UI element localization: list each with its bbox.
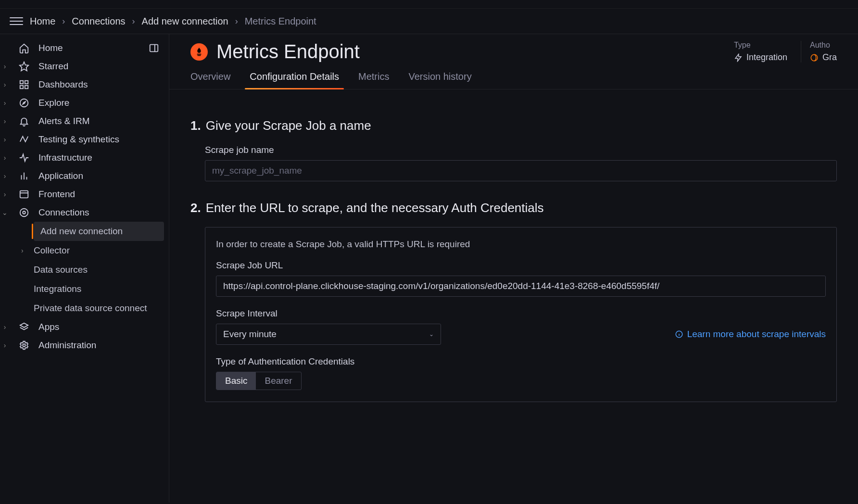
sidebar-item-dashboards[interactable]: › Dashboards	[0, 76, 169, 94]
chevron-right-icon: ›	[21, 247, 24, 254]
svg-rect-6	[25, 86, 28, 88]
sidebar-label: Frontend	[38, 189, 163, 200]
bolt-icon	[734, 53, 743, 62]
svg-point-17	[23, 344, 25, 347]
sidebar-item-infrastructure[interactable]: › Infrastructure	[0, 149, 169, 167]
sidebar-label: Application	[38, 171, 163, 181]
sidebar-sub-label: Private data source connect	[34, 303, 147, 314]
auth-basic-button[interactable]: Basic	[216, 372, 256, 390]
hamburger-menu-icon[interactable]	[10, 14, 23, 28]
scrape-name-input[interactable]	[205, 160, 837, 181]
sidebar-item-frontend[interactable]: › Frontend	[0, 185, 169, 203]
svg-point-14	[23, 211, 25, 214]
sidebar-item-connections[interactable]: ⌄ Connections	[0, 203, 169, 222]
sidebar-item-apps[interactable]: › Apps	[0, 318, 169, 336]
bell-icon	[17, 116, 31, 126]
sidebar-sub-label: Data sources	[34, 265, 88, 275]
step-title: Enter the URL to scrape, and the necessa…	[206, 201, 544, 215]
sidebar: Home › Starred › Dashboards › Explore › …	[0, 34, 169, 503]
svg-point-7	[20, 99, 28, 107]
sidebar-item-explore[interactable]: › Explore	[0, 94, 169, 112]
sidebar-label: Administration	[38, 340, 163, 351]
chevron-right-icon: ›	[0, 136, 10, 143]
chevron-right-icon: ›	[132, 16, 135, 26]
auth-type-toggle: Basic Bearer	[216, 372, 302, 390]
info-icon	[675, 330, 683, 339]
step-2: 2. Enter the URL to scrape, and the nece…	[190, 201, 837, 402]
gear-icon	[17, 340, 31, 351]
page-title: Metrics Endpoint	[216, 41, 725, 63]
auth-type-label: Type of Authentication Credentials	[216, 356, 826, 367]
sidebar-label: Testing & synthetics	[38, 134, 163, 145]
activity-icon	[17, 152, 31, 163]
sidebar-item-administration[interactable]: › Administration	[0, 336, 169, 354]
scrape-interval-select[interactable]: Every minute ⌄	[216, 324, 441, 345]
chevron-right-icon: ›	[0, 63, 10, 70]
window-top-strip	[0, 0, 858, 9]
meta-type: Type Integration	[725, 41, 787, 63]
dashboard-icon	[17, 79, 31, 90]
breadcrumb-home[interactable]: Home	[30, 16, 55, 27]
sidebar-sub-label: Integrations	[34, 284, 81, 294]
sidebar-item-starred[interactable]: › Starred	[0, 57, 169, 76]
browser-icon	[17, 189, 31, 200]
dock-panel-icon[interactable]	[149, 43, 159, 53]
sidebar-item-application[interactable]: › Application	[0, 167, 169, 185]
star-icon	[17, 61, 31, 72]
scrape-url-label: Scrape Job URL	[216, 260, 826, 271]
testing-icon	[17, 134, 31, 145]
step-number: 1.	[190, 118, 201, 133]
learn-more-link[interactable]: Learn more about scrape intervals	[675, 329, 826, 340]
tab-overview[interactable]: Overview	[190, 71, 230, 89]
sidebar-item-home[interactable]: Home	[0, 39, 169, 57]
chevron-down-icon: ⌄	[429, 331, 434, 338]
sidebar-sub-add-new-connection[interactable]: Add new connection	[34, 222, 164, 241]
grafana-icon	[810, 53, 819, 62]
scrape-config-box: In order to create a Scrape Job, a valid…	[205, 227, 837, 402]
breadcrumb-add-new[interactable]: Add new connection	[142, 16, 228, 27]
svg-point-15	[20, 209, 28, 217]
main-content: Metrics Endpoint Type Integration Autho …	[169, 34, 858, 503]
chevron-right-icon: ›	[0, 323, 10, 331]
sidebar-sub-data-sources[interactable]: Data sources	[0, 260, 169, 279]
scrape-name-label: Scrape job name	[205, 145, 837, 155]
sidebar-label: Home	[38, 43, 141, 53]
sidebar-label: Explore	[38, 98, 163, 108]
sidebar-label: Connections	[38, 207, 163, 218]
sidebar-sub-private-data-source[interactable]: Private data source connect	[0, 299, 169, 318]
select-value: Every minute	[223, 329, 277, 340]
scrape-url-input[interactable]	[216, 276, 826, 297]
meta-label: Type	[734, 41, 787, 50]
learn-more-text: Learn more about scrape intervals	[687, 329, 826, 340]
svg-rect-5	[20, 86, 23, 88]
svg-marker-2	[20, 62, 28, 71]
chevron-right-icon: ›	[0, 81, 10, 88]
sidebar-label: Starred	[38, 61, 163, 72]
svg-rect-4	[25, 81, 28, 84]
home-icon	[17, 43, 31, 53]
tabs: Overview Configuration Details Metrics V…	[169, 63, 858, 89]
sidebar-item-alerts[interactable]: › Alerts & IRM	[0, 112, 169, 130]
tab-configuration-details[interactable]: Configuration Details	[250, 71, 339, 89]
sidebar-sub-collector[interactable]: › Collector	[0, 241, 169, 260]
auth-bearer-button[interactable]: Bearer	[256, 372, 301, 390]
svg-rect-0	[150, 45, 158, 52]
chevron-right-icon: ›	[0, 154, 10, 162]
tab-metrics[interactable]: Metrics	[358, 71, 389, 89]
svg-marker-20	[735, 54, 741, 61]
sidebar-label: Apps	[38, 322, 163, 332]
sidebar-sub-label: Collector	[34, 245, 70, 256]
breadcrumb-connections[interactable]: Connections	[72, 16, 125, 27]
step-1: 1. Give your Scrape Job a name Scrape jo…	[190, 118, 837, 181]
sidebar-item-testing[interactable]: › Testing & synthetics	[0, 130, 169, 149]
bar-chart-icon	[17, 171, 31, 181]
layers-icon	[17, 322, 31, 332]
prometheus-icon	[190, 43, 208, 61]
tab-version-history[interactable]: Version history	[408, 71, 471, 89]
chevron-right-icon: ›	[0, 99, 10, 107]
sidebar-sub-integrations[interactable]: Integrations	[0, 279, 169, 299]
step-title: Give your Scrape Job a name	[206, 118, 371, 133]
breadcrumb-current: Metrics Endpoint	[245, 16, 316, 27]
step-number: 2.	[190, 201, 201, 215]
plug-icon	[17, 207, 31, 218]
